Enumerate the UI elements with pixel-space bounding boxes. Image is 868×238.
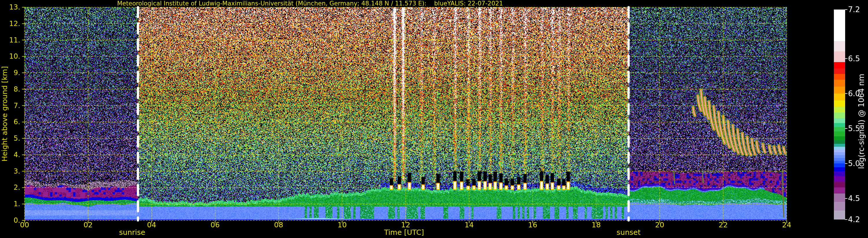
- x-tick-label: 16: [528, 221, 537, 229]
- sunset-label: sunset: [617, 229, 641, 236]
- x-tick-label: 24: [782, 221, 792, 229]
- y-tick-label: 6.: [0, 118, 20, 125]
- y-tick-label: 11.: [0, 37, 20, 44]
- x-tick-label: 20: [655, 221, 664, 229]
- x-tick-label: 22: [719, 221, 728, 229]
- sunrise-label: sunrise: [119, 229, 145, 236]
- x-tick-label: 08: [274, 221, 283, 229]
- colorbar-tick-label: 5.0: [848, 160, 860, 167]
- y-tick-label: 0.: [0, 217, 20, 224]
- y-tick-label: 2.: [0, 184, 20, 191]
- y-tick-label: 10.: [0, 53, 20, 60]
- colorbar-tick-label: 4.2: [848, 216, 860, 223]
- colorbar-tick-label: 7.2: [848, 6, 860, 13]
- colorbar-tick-label: 6.5: [848, 55, 860, 62]
- colorbar-tick-label: 4.5: [848, 195, 860, 202]
- x-tick-label: 02: [84, 221, 93, 229]
- y-tick-label: 5.: [0, 135, 20, 142]
- x-axis-label: Time [UTC]: [384, 229, 424, 236]
- figure-title: Meteorological Institute of Ludwig-Maxim…: [117, 1, 503, 7]
- x-tick-label: 10: [338, 221, 347, 229]
- x-tick-label: 06: [211, 221, 220, 229]
- y-tick-label: 9.: [0, 69, 20, 76]
- x-tick-label: 00: [20, 221, 29, 229]
- y-tick-label: 1.: [0, 200, 20, 207]
- colorbar-tick-label: 6.0: [848, 90, 860, 97]
- x-tick-label: 12: [401, 221, 410, 229]
- y-tick-label: 12.: [0, 20, 20, 27]
- y-tick-label: 4.: [0, 151, 20, 158]
- y-axis-label: Height above ground [km]: [1, 66, 8, 162]
- x-tick-label: 18: [591, 221, 601, 229]
- y-tick-label: 3.: [0, 168, 20, 175]
- x-tick-label: 04: [147, 221, 156, 229]
- colorbar-tick-label: 5.5: [848, 125, 860, 132]
- y-tick-label: 7.: [0, 102, 20, 109]
- lidar-quicklook-figure: Meteorological Institute of Ludwig-Maxim…: [0, 0, 868, 238]
- x-tick-label: 14: [465, 221, 474, 229]
- y-tick-label: 8.: [0, 86, 20, 93]
- heatmap-canvas: [0, 0, 868, 238]
- y-tick-label: 13.: [0, 4, 20, 11]
- colorbar-label: log(rc-signal) @ 1064 nm: [858, 74, 865, 169]
